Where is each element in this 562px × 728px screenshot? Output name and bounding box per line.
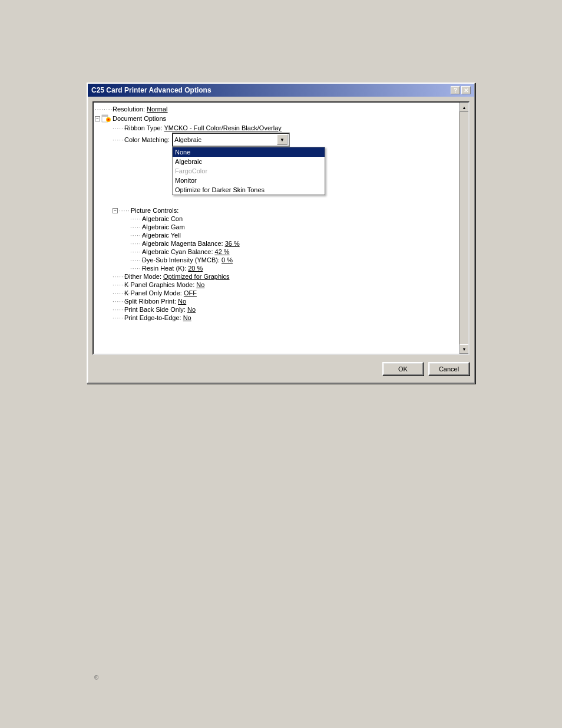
main-dialog: C25 Card Printer Advanced Options ? ✕ ··… bbox=[87, 83, 475, 384]
k-panel-only-value[interactable]: OFF bbox=[184, 289, 197, 297]
algebraic-cyan-value[interactable]: 42 % bbox=[215, 248, 230, 255]
split-ribbon-value[interactable]: No bbox=[178, 298, 186, 305]
ribbon-type-value[interactable]: YMCKO - Full Color/Resin Black/Overlay bbox=[164, 124, 281, 131]
tree-content: ············ Resolution: Normal − bbox=[95, 105, 467, 322]
print-back-side-label: Print Back Side Only: No bbox=[124, 306, 196, 313]
resolution-label: Resolution: Normal bbox=[113, 106, 168, 113]
alg-cyan-connector: ········ bbox=[130, 249, 142, 255]
color-matching-dropdown-list: None Algebraic FargoColor Monitor Optimi… bbox=[172, 147, 325, 195]
dye-sub-label: Dye-Sub Intensity (YMCB): 0 % bbox=[142, 256, 233, 263]
resin-heat-label: Resin Heat (K): 20 % bbox=[142, 265, 203, 272]
dye-sub-item: ········ Dye-Sub Intensity (YMCB): 0 % bbox=[95, 256, 457, 264]
picture-controls-label: Picture Controls: bbox=[131, 207, 178, 214]
algebraic-yellow-item: ········ Algebraic Yellow Balance: bbox=[95, 231, 457, 239]
resin-heat-connector: ········ bbox=[130, 265, 142, 272]
resolution-item: ············ Resolution: Normal bbox=[95, 105, 457, 113]
algebraic-magenta-item: ········ Algebraic Magenta Balance: 36 % bbox=[95, 239, 457, 248]
split-ribbon-label: Split Ribbon Print: No bbox=[124, 298, 186, 305]
option-none[interactable]: None bbox=[173, 147, 325, 157]
option-optimize[interactable]: Optimize for Darker Skin Tones bbox=[173, 185, 325, 195]
dye-sub-connector: ········ bbox=[130, 257, 142, 263]
color-matching-label: Color Matching: bbox=[124, 136, 170, 143]
help-button[interactable]: ? bbox=[451, 86, 460, 94]
color-matching-dropdown-wrapper: Algebraic ▼ None Algebraic FargoColor Mo… bbox=[172, 133, 290, 147]
cancel-button[interactable]: Cancel bbox=[428, 362, 470, 375]
k-panel-graphics-connector: ········ bbox=[113, 282, 124, 288]
dither-mode-label: Dither Mode: Optimized for Graphics bbox=[124, 273, 230, 280]
alg-magenta-connector: ········ bbox=[130, 241, 142, 247]
svg-point-4 bbox=[108, 119, 109, 120]
k-panel-graphics-item: ········ K Panel Graphics Mode: No bbox=[95, 281, 457, 289]
option-algebraic[interactable]: Algebraic bbox=[173, 157, 325, 166]
expand-picture-controls[interactable]: − bbox=[113, 208, 118, 213]
ribbon-type-label: Ribbon Type: YMCKO - Full Color/Resin Bl… bbox=[124, 124, 282, 131]
k-panel-graphics-value[interactable]: No bbox=[196, 281, 204, 288]
button-row: OK Cancel bbox=[92, 360, 470, 378]
scroll-up-button[interactable]: ▲ bbox=[459, 103, 469, 112]
split-ribbon-item: ········ Split Ribbon Print: No bbox=[95, 297, 457, 305]
document-options-label: Document Options bbox=[113, 115, 166, 122]
algebraic-contrast-label: Algebraic Contrast: bbox=[142, 215, 197, 222]
alg-gamma-connector: ········ bbox=[130, 224, 142, 230]
dialog-body: ············ Resolution: Normal − bbox=[88, 97, 474, 383]
color-matching-selected[interactable]: Algebraic ▼ bbox=[172, 133, 290, 147]
color-matching-selected-text: Algebraic bbox=[174, 136, 277, 143]
resin-heat-value[interactable]: 20 % bbox=[188, 265, 203, 272]
print-back-side-item: ········ Print Back Side Only: No bbox=[95, 305, 457, 314]
split-ribbon-connector: ········ bbox=[113, 298, 124, 305]
dither-mode-item: ········ Dither Mode: Optimized for Grap… bbox=[95, 272, 457, 281]
alg-yellow-connector: ········ bbox=[130, 232, 142, 239]
algebraic-cyan-item: ········ Algebraic Cyan Balance: 42 % bbox=[95, 248, 457, 256]
title-bar-buttons: ? ✕ bbox=[451, 86, 471, 94]
ribbon-connector: ········ bbox=[113, 125, 124, 131]
dropdown-arrow-icon: ▼ bbox=[277, 134, 287, 145]
algebraic-contrast-item: ········ Algebraic Contrast: bbox=[95, 215, 457, 223]
close-button[interactable]: ✕ bbox=[461, 86, 471, 94]
ribbon-type-item: ········ Ribbon Type: YMCKO - Full Color… bbox=[95, 124, 457, 132]
dither-connector: ········ bbox=[113, 274, 124, 280]
option-fargocolor: FargoColor bbox=[173, 166, 325, 176]
dither-mode-value[interactable]: Optimized for Graphics bbox=[163, 273, 229, 280]
ok-button[interactable]: OK bbox=[382, 362, 424, 375]
color-matching-connector: ········ bbox=[113, 137, 124, 143]
connector-dots: ············ bbox=[95, 106, 113, 113]
k-panel-only-label: K Panel Only Mode: OFF bbox=[124, 289, 197, 297]
picture-connector: ········ bbox=[119, 207, 131, 214]
print-edge-value[interactable]: No bbox=[183, 314, 191, 321]
k-panel-only-item: ········ K Panel Only Mode: OFF bbox=[95, 289, 457, 297]
picture-controls-item: − ········ Picture Controls: bbox=[95, 206, 457, 215]
algebraic-magenta-label: Algebraic Magenta Balance: 36 % bbox=[142, 240, 240, 247]
algebraic-gamma-label: Algebraic Gamma: bbox=[142, 223, 196, 230]
color-matching-item: ········ Color Matching: Algebraic ▼ Non… bbox=[95, 132, 457, 147]
print-back-connector: ········ bbox=[113, 307, 124, 313]
tree-panel: ············ Resolution: Normal − bbox=[92, 101, 470, 355]
print-edge-item: ········ Print Edge-to-Edge: No bbox=[95, 314, 457, 322]
resin-heat-item: ········ Resin Heat (K): 20 % bbox=[95, 264, 457, 272]
algebraic-gamma-item: ········ Algebraic Gamma: bbox=[95, 223, 457, 231]
vertical-scrollbar[interactable]: ▲ ▼ bbox=[459, 103, 468, 354]
copyright-text: ® bbox=[94, 674, 98, 681]
print-edge-label: Print Edge-to-Edge: No bbox=[124, 314, 191, 321]
algebraic-yellow-label: Algebraic Yellow Balance: bbox=[142, 232, 216, 239]
title-bar: C25 Card Printer Advanced Options ? ✕ bbox=[88, 84, 474, 97]
dye-sub-value[interactable]: 0 % bbox=[222, 256, 233, 263]
scroll-down-button[interactable]: ▼ bbox=[459, 344, 469, 354]
dialog-title: C25 Card Printer Advanced Options bbox=[91, 86, 211, 94]
print-edge-connector: ········ bbox=[113, 315, 124, 321]
scroll-track[interactable] bbox=[459, 112, 468, 344]
expand-document-options[interactable]: − bbox=[95, 116, 100, 121]
algebraic-cyan-label: Algebraic Cyan Balance: 42 % bbox=[142, 248, 230, 255]
svg-rect-1 bbox=[102, 115, 108, 117]
k-panel-graphics-label: K Panel Graphics Mode: No bbox=[124, 281, 204, 288]
document-options-icon bbox=[101, 114, 111, 123]
alg-contrast-connector: ········ bbox=[130, 216, 142, 222]
option-monitor[interactable]: Monitor bbox=[173, 176, 325, 185]
algebraic-magenta-value[interactable]: 36 % bbox=[225, 240, 240, 247]
document-options-item: − Document Options bbox=[95, 113, 457, 124]
resolution-value[interactable]: Normal bbox=[147, 106, 167, 113]
print-back-side-value[interactable]: No bbox=[187, 306, 196, 313]
k-panel-only-connector: ········ bbox=[113, 290, 124, 297]
